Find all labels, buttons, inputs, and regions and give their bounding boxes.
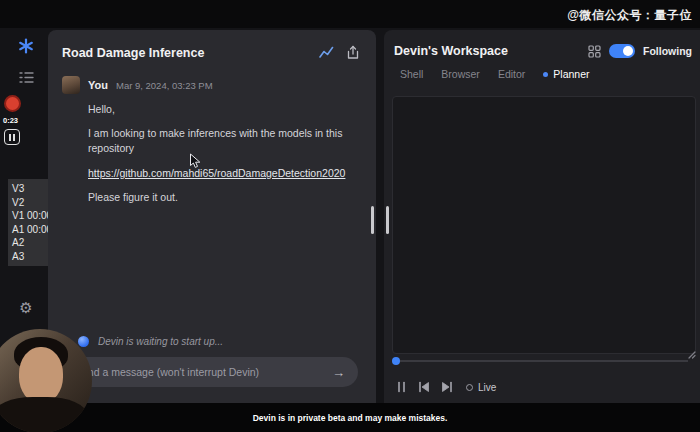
message-text: I am looking to make inferences with the… <box>88 126 360 156</box>
message-timestamp: Mar 9, 2024, 03:23 PM <box>116 80 213 91</box>
tab-shell[interactable]: Shell <box>400 68 423 80</box>
message-author: You <box>88 79 108 91</box>
grid-layout-icon[interactable] <box>588 45 601 58</box>
workspace-title: Devin's Workspace <box>394 44 508 58</box>
tab-planner[interactable]: Planner <box>543 68 589 80</box>
timeline-track <box>392 360 688 362</box>
pause-bar <box>13 134 15 141</box>
tab-editor[interactable]: Editor <box>498 68 525 80</box>
activity-chart-icon[interactable] <box>319 46 334 59</box>
workspace-panel: Devin's Workspace Following Shell <box>384 30 700 403</box>
skip-forward-icon[interactable] <box>441 381 453 393</box>
live-indicator[interactable]: Live <box>466 382 496 393</box>
devin-status-icon <box>78 336 89 347</box>
devin-status-text: Devin is waiting to start up... <box>98 336 223 347</box>
devin-status-row: Devin is waiting to start up... <box>78 336 223 347</box>
following-label: Following <box>643 45 692 57</box>
skip-back-icon[interactable] <box>418 381 430 393</box>
send-arrow-icon[interactable]: → <box>332 366 345 379</box>
resize-handle-icon[interactable] <box>686 349 696 359</box>
toggle-knob <box>623 46 633 56</box>
playback-controls: Live <box>396 381 496 393</box>
recording-timer: 0:23 <box>3 116 18 125</box>
pause-bar <box>9 134 11 141</box>
list-icon <box>19 71 34 84</box>
tab-browser[interactable]: Browser <box>441 68 480 80</box>
message-header: You Mar 9, 2024, 03:23 PM <box>62 76 360 94</box>
chat-header-icons <box>319 45 360 60</box>
snowflake-icon <box>18 38 34 54</box>
screen: @微信公众号：量子位 ⚙ 0:23 V3 V2 V1 00:00:23: <box>0 0 700 432</box>
workspace-header-controls: Following <box>588 44 692 58</box>
chat-message: You Mar 9, 2024, 03:23 PM Hello, I am lo… <box>48 66 376 205</box>
message-greeting: Hello, <box>88 102 360 117</box>
chat-scrollbar-thumb[interactable] <box>371 206 374 234</box>
repo-link[interactable]: https://github.com/mahdi65/roadDamageDet… <box>88 167 345 179</box>
session-title: Road Damage Inference <box>62 46 204 60</box>
webcam-person-face <box>19 347 63 403</box>
timeline-progress-bar[interactable] <box>392 357 688 365</box>
watermark: @微信公众号：量子位 <box>567 7 692 24</box>
record-stop-button[interactable] <box>4 95 21 112</box>
chat-panel: Road Damage Inference You Mar 9, 20 <box>48 30 376 403</box>
devin-logo-icon[interactable] <box>18 38 34 54</box>
following-toggle[interactable] <box>609 44 635 58</box>
message-input[interactable] <box>73 365 332 379</box>
planner-content-area <box>392 96 696 354</box>
sessions-list-icon[interactable] <box>18 70 34 84</box>
tab-label: Planner <box>553 68 589 80</box>
mouse-cursor <box>189 153 202 170</box>
live-circle-icon <box>466 384 473 391</box>
message-body: Hello, I am looking to make inferences w… <box>88 102 360 205</box>
active-tab-dot <box>543 72 548 77</box>
footer-disclaimer: Devin is in private beta and may make mi… <box>0 403 700 432</box>
pause-button-icon[interactable] <box>396 381 407 393</box>
share-icon[interactable] <box>346 45 360 60</box>
workspace-tabs: Shell Browser Editor Planner <box>384 62 700 88</box>
recorder-pause-button[interactable] <box>4 129 20 145</box>
workspace-scrollbar-thumb[interactable] <box>386 206 389 234</box>
chat-header: Road Damage Inference <box>48 30 376 66</box>
message-closing: Please figure it out. <box>88 190 360 205</box>
live-label: Live <box>478 382 496 393</box>
user-avatar <box>62 76 80 94</box>
timeline-playhead[interactable] <box>392 357 400 365</box>
message-input-container: → <box>60 357 358 387</box>
workspace-header: Devin's Workspace Following <box>384 30 700 62</box>
settings-gear-icon[interactable]: ⚙ <box>17 299 35 317</box>
